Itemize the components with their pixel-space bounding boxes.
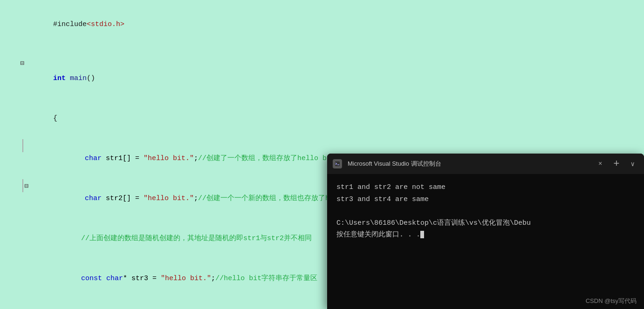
code-line-blank [0, 45, 644, 59]
keyword-char: char [85, 154, 102, 162]
terminal-output-line-1: str1 and str2 are not same [336, 181, 635, 194]
terminal-chevron-btn[interactable]: ∨ [627, 158, 638, 170]
bracket: () [87, 74, 95, 82]
terminal-body: str1 and str2 are not same str3 and str4… [327, 174, 644, 309]
function-name: main [70, 74, 87, 82]
space [66, 74, 70, 82]
preprocessor-keyword: #include [53, 20, 87, 28]
terminal-output-blank [336, 205, 635, 217]
line-content: { [26, 99, 644, 138]
collapse-minus-btn[interactable]: ⊟ [19, 59, 26, 67]
code-line-4: { [0, 99, 644, 139]
watermark-text: CSDN @tsy写代码 [586, 297, 637, 304]
terminal-output-prompt: 按任意键关闭此窗口. . . [336, 229, 635, 241]
keyword-char: char [106, 275, 123, 282]
string-literal: "hello bit." [144, 154, 194, 162]
collapse-minus-btn2[interactable]: ⊟ [22, 179, 30, 192]
keyword-int: int [53, 74, 66, 82]
terminal-output-line-2: str3 and str4 are same [336, 194, 635, 206]
comment: //上面创建的数组是随机创建的，其地址是随机的即str1与str2并不相同 [81, 235, 312, 242]
terminal-output-path: C:\Users\86186\Desktop\c语言训练\vs\优化冒泡\Deb… [336, 217, 635, 229]
svg-rect-0 [335, 161, 340, 167]
comment: //创建了一个数组，数组存放了hello bit [198, 154, 335, 162]
collapse-btn [22, 139, 30, 152]
watermark: CSDN @tsy写代码 [586, 297, 637, 305]
terminal-add-btn[interactable]: + [610, 156, 623, 172]
line-content [26, 45, 644, 58]
open-brace: { [53, 114, 57, 122]
line-content: #include<stdio.h> [26, 5, 644, 44]
keyword-char: char [85, 195, 102, 202]
terminal-app-icon [333, 159, 342, 168]
string-literal: "hello bit." [161, 275, 211, 282]
string-literal: "hello bit." [144, 195, 194, 202]
line-content: int main() [26, 59, 644, 98]
cursor [420, 231, 424, 238]
code-line-3: ⊟ int main() [0, 59, 644, 99]
include-file: <stdio.h> [87, 20, 124, 28]
terminal-title: Microsoft Visual Studio 调试控制台 [346, 160, 591, 168]
code-line-1: #include<stdio.h> [0, 5, 644, 45]
terminal-window: Microsoft Visual Studio 调试控制台 × + ∨ str1… [327, 154, 644, 309]
keyword-const: const [81, 275, 102, 282]
terminal-close-btn[interactable]: × [595, 158, 606, 169]
comment: //hello bit字符串存于常量区 [215, 275, 317, 282]
terminal-titlebar: Microsoft Visual Studio 调试控制台 × + ∨ [327, 154, 644, 174]
